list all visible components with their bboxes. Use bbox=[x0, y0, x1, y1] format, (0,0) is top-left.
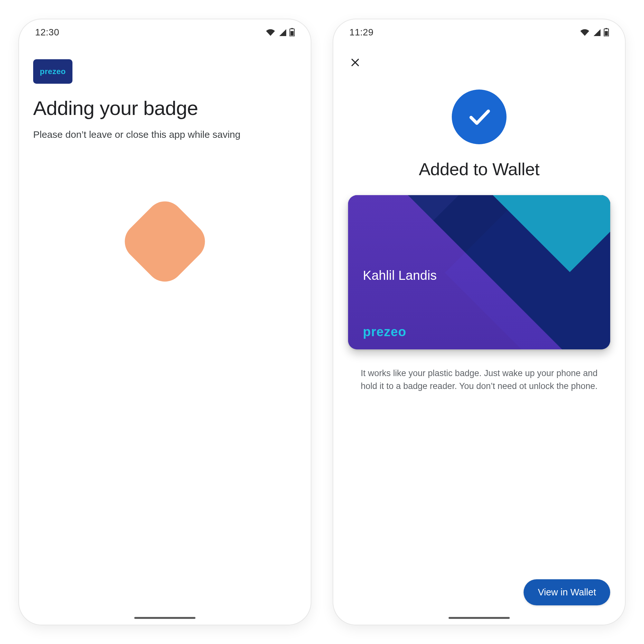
page-title: Adding your badge bbox=[33, 97, 297, 119]
wifi-icon bbox=[580, 28, 590, 36]
description-text: It works like your plastic badge. Just w… bbox=[359, 367, 600, 393]
status-bar: 12:30 bbox=[19, 19, 311, 45]
status-bar: 11:29 bbox=[333, 19, 625, 45]
status-time: 11:29 bbox=[349, 27, 374, 38]
phone-added-to-wallet: 11:29 Added to Wallet bbox=[333, 19, 625, 625]
brand-chip: prezeo bbox=[33, 59, 72, 84]
cellular-icon bbox=[279, 28, 286, 36]
view-in-wallet-button[interactable]: View in Wallet bbox=[524, 579, 610, 605]
battery-icon bbox=[604, 28, 609, 36]
status-icons bbox=[266, 28, 295, 36]
card-holder-name: Kahlil Landis bbox=[363, 268, 437, 282]
diamond-spinner-icon bbox=[117, 194, 213, 289]
card-brand-label: prezeo bbox=[363, 325, 406, 339]
wifi-icon bbox=[266, 28, 275, 36]
page-subtitle: Please don’t leave or close this app whi… bbox=[33, 129, 297, 140]
wallet-card[interactable]: Kahlil Landis prezeo bbox=[348, 195, 610, 349]
phone-adding-badge: 12:30 prezeo Adding your badge Please do… bbox=[19, 19, 311, 625]
cellular-icon bbox=[593, 28, 601, 36]
status-icons bbox=[580, 28, 609, 36]
svg-rect-5 bbox=[605, 31, 608, 35]
svg-rect-1 bbox=[291, 28, 293, 29]
page-title: Added to Wallet bbox=[419, 159, 540, 179]
battery-icon bbox=[289, 28, 295, 36]
success-check-icon bbox=[452, 90, 507, 144]
nav-handle[interactable] bbox=[134, 617, 195, 619]
svg-rect-2 bbox=[290, 31, 293, 35]
status-time: 12:30 bbox=[35, 27, 59, 38]
nav-handle[interactable] bbox=[449, 617, 510, 619]
svg-rect-4 bbox=[606, 28, 607, 29]
close-icon bbox=[350, 57, 361, 68]
close-button[interactable] bbox=[346, 53, 364, 71]
loading-spinner bbox=[33, 208, 297, 275]
brand-chip-label: prezeo bbox=[40, 67, 66, 76]
